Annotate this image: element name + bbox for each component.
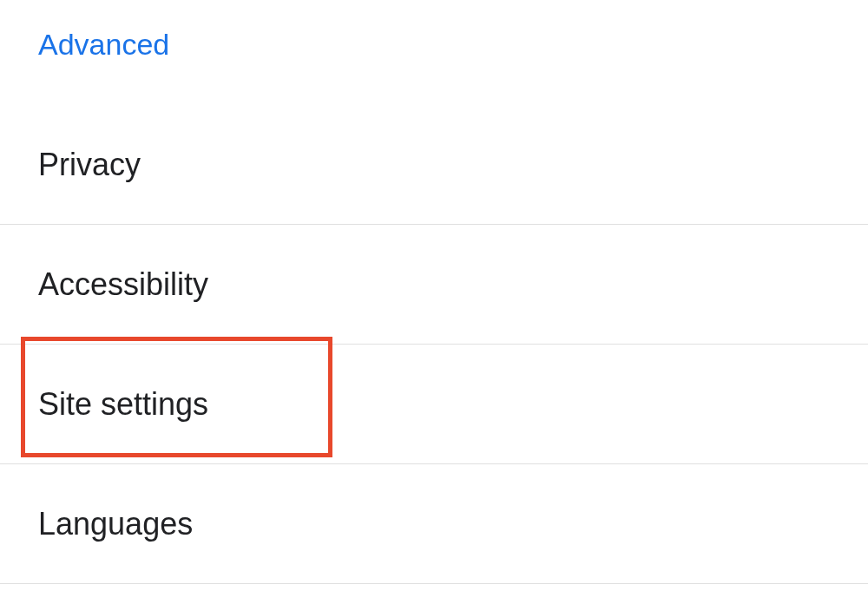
menu-item-accessibility[interactable]: Accessibility xyxy=(0,225,868,345)
menu-item-privacy[interactable]: Privacy xyxy=(0,105,868,225)
menu-item-label: Privacy xyxy=(38,147,141,183)
menu-item-site-settings[interactable]: Site settings xyxy=(0,345,868,464)
menu-item-label: Accessibility xyxy=(38,266,208,303)
menu-item-languages[interactable]: Languages xyxy=(0,464,868,584)
settings-advanced-section: Advanced Privacy Accessibility Site sett… xyxy=(0,0,868,591)
menu-item-label: Site settings xyxy=(38,386,208,423)
section-header-advanced: Advanced xyxy=(0,0,868,105)
menu-item-label: Languages xyxy=(38,506,193,542)
